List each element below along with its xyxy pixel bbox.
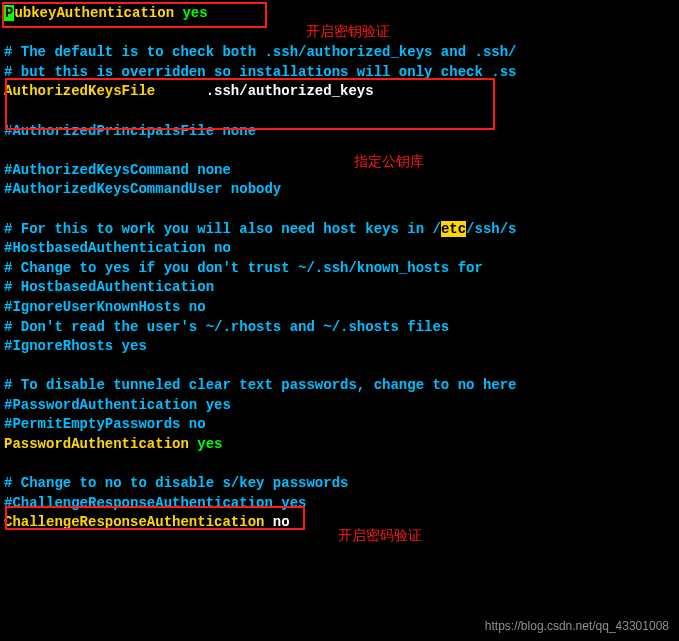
annotation-note-authkeys: 指定公钥库 — [354, 152, 424, 172]
code-line: #IgnoreUserKnownHosts no — [4, 298, 675, 318]
code-line: # Change to no to disable s/key password… — [4, 474, 675, 494]
code-line: # To disable tunneled clear text passwor… — [4, 376, 675, 396]
code-line: #PasswordAuthentication yes — [4, 396, 675, 416]
code-line: #PermitEmptyPasswords no — [4, 415, 675, 435]
code-line: #HostbasedAuthentication no — [4, 239, 675, 259]
annotation-note-password: 开启密码验证 — [338, 526, 422, 546]
code-line — [4, 141, 675, 161]
code-line: # For this to work you will also need ho… — [4, 220, 675, 240]
code-line: PasswordAuthentication yes — [4, 435, 675, 455]
code-line: PubkeyAuthentication yes — [4, 4, 675, 24]
code-line: # Change to yes if you don't trust ~/.ss… — [4, 259, 675, 279]
code-line: #AuthorizedKeysCommandUser nobody — [4, 180, 675, 200]
watermark: https://blog.csdn.net/qq_43301008 — [485, 618, 669, 635]
code-line: #AuthorizedPrincipalsFile none — [4, 122, 675, 142]
code-line: # The default is to check both .ssh/auth… — [4, 43, 675, 63]
code-line: #AuthorizedKeysCommand none — [4, 161, 675, 181]
code-line — [4, 357, 675, 377]
annotation-note-pubkey: 开启密钥验证 — [306, 22, 390, 42]
code-line: #ChallengeResponseAuthentication yes — [4, 494, 675, 514]
code-line — [4, 102, 675, 122]
code-line: # Don't read the user's ~/.rhosts and ~/… — [4, 318, 675, 338]
code-line: # HostbasedAuthentication — [4, 278, 675, 298]
code-line — [4, 455, 675, 475]
code-line: #IgnoreRhosts yes — [4, 337, 675, 357]
code-line — [4, 200, 675, 220]
terminal-output: PubkeyAuthentication yes # The default i… — [4, 4, 675, 533]
code-line: # but this is overridden so installation… — [4, 63, 675, 83]
code-line: AuthorizedKeysFile .ssh/authorized_keys — [4, 82, 675, 102]
